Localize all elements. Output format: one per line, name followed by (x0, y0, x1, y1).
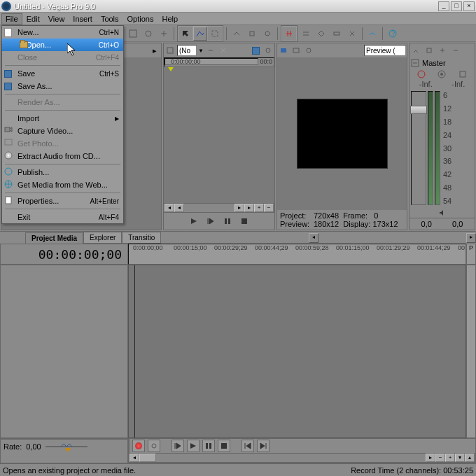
master-fader[interactable] (411, 91, 426, 205)
timeline-marker-p[interactable]: P (466, 244, 476, 265)
timeline-timecode[interactable]: 00:00:00;00 (1, 244, 127, 264)
speaker-icon[interactable] (439, 209, 446, 216)
menu-capture-video[interactable]: Capture Video... (2, 125, 123, 137)
rate-slider[interactable] (46, 442, 88, 451)
menu-save[interactable]: SaveCtrl+S (2, 67, 123, 80)
selection-tool-icon[interactable] (208, 27, 222, 41)
toolbar-btn[interactable] (345, 27, 359, 41)
loop-button[interactable] (148, 440, 160, 452)
trimmer-panel: (No ▼ 0:00:00;00 00:0 ◂◂ ▸▸ +− (163, 43, 275, 230)
menu-import[interactable]: Import▶ (2, 112, 123, 125)
master-btn[interactable] (450, 45, 461, 56)
master-btn[interactable] (437, 45, 448, 56)
stop-button[interactable] (238, 216, 251, 227)
toolbar-btn[interactable] (141, 27, 155, 41)
toolbar-btn[interactable] (299, 27, 313, 41)
tab-scroll-left[interactable]: ◂ (309, 233, 318, 243)
svg-point-4 (265, 31, 270, 36)
play-button[interactable] (187, 440, 200, 452)
menu-get-media-web[interactable]: Get Media from the Web... (2, 178, 123, 191)
svg-point-27 (440, 73, 443, 76)
maximize-button[interactable]: □ (451, 1, 462, 11)
close-button[interactable]: × (463, 1, 475, 11)
play-button[interactable] (188, 216, 200, 227)
menu-options[interactable]: Options (123, 13, 158, 24)
minimize-button[interactable]: _ (438, 1, 449, 11)
pause-button[interactable] (221, 216, 234, 227)
toolbar-btn[interactable] (126, 27, 140, 41)
expand-icon[interactable] (411, 59, 419, 67)
envelope-tool-icon[interactable] (193, 27, 207, 41)
go-end-button[interactable] (257, 440, 270, 452)
panel-btn[interactable] (250, 45, 261, 56)
menu-publish[interactable]: Publish... (2, 166, 123, 178)
go-start-button[interactable] (241, 440, 254, 452)
play-from-start-button[interactable] (204, 216, 217, 227)
snap-tool-icon[interactable] (282, 27, 296, 41)
meter-right (435, 91, 440, 205)
help-icon[interactable]: ? (386, 27, 400, 41)
svg-point-25 (418, 71, 425, 78)
play-from-start-button[interactable] (172, 440, 184, 452)
record-button[interactable] (132, 440, 145, 452)
panel-btn[interactable] (218, 45, 229, 56)
menu-properties[interactable]: Properties...Alt+Enter (2, 195, 123, 207)
timeline: 00:00:00;00 0:00:00;00 00:00:15;00 00:00… (0, 244, 476, 463)
track-list[interactable] (0, 265, 128, 438)
gear-icon[interactable] (438, 70, 446, 78)
tab-project-media[interactable]: Project Media (25, 232, 83, 244)
menu-new[interactable]: New...Ctrl+N (2, 26, 123, 38)
stop-button[interactable] (218, 440, 230, 452)
playhead[interactable] (134, 265, 135, 438)
menu-open[interactable]: Open...Ctrl+O (2, 38, 123, 51)
toolbar-btn[interactable] (230, 27, 244, 41)
preview-quality-dropdown[interactable]: Preview ( (364, 45, 406, 56)
route-icon[interactable] (458, 70, 467, 78)
toolbar-btn[interactable] (314, 27, 328, 41)
tab-scroll-right[interactable]: ▸ (466, 233, 476, 243)
toolbar-btn[interactable] (330, 27, 344, 41)
timeline-ruler[interactable]: 0:00:00;00 00:00:15;00 00:00:29;29 00:00… (128, 244, 466, 265)
panel-btn[interactable] (290, 45, 302, 56)
timeline-vscroll[interactable] (466, 265, 476, 438)
master-btn[interactable] (424, 45, 435, 56)
menu-extract-audio[interactable]: Extract Audio from CD... (2, 150, 123, 162)
publish-icon (4, 167, 14, 177)
timeline-tracks[interactable] (128, 265, 466, 438)
timeline-hscroll[interactable]: ◂ ▸ − + ▾ ▴ (129, 453, 475, 463)
pause-button[interactable] (202, 440, 215, 452)
pointer-tool-icon[interactable] (178, 27, 192, 41)
menu-file[interactable]: File (1, 13, 22, 24)
panel-btn[interactable] (303, 45, 314, 56)
panel-btn[interactable] (262, 45, 274, 56)
menu-edit[interactable]: Edit (22, 13, 44, 24)
menu-tools[interactable]: Tools (97, 13, 123, 24)
meter-scale: 61218 243036 424854 (442, 91, 453, 205)
mute-icon[interactable] (417, 70, 426, 78)
toolbar-btn[interactable] (245, 27, 259, 41)
toolbar-btn[interactable] (365, 27, 379, 41)
panel-btn[interactable] (278, 45, 289, 56)
menu-help[interactable]: Help (158, 13, 182, 24)
menu-exit[interactable]: ExitAlt+F4 (2, 211, 123, 223)
menu-insert[interactable]: Insert (69, 13, 97, 24)
master-btn[interactable] (410, 45, 421, 56)
menu-view[interactable]: View (44, 13, 69, 24)
menu-close[interactable]: CloseCtrl+F4 (2, 51, 123, 64)
toolbar-btn[interactable] (157, 27, 171, 41)
camera-icon (4, 126, 14, 136)
trimmer-dropdown[interactable]: (No (177, 45, 197, 56)
menu-get-photo[interactable]: Get Photo... (2, 137, 123, 150)
file-menu-dropdown: New...Ctrl+N Open...Ctrl+O CloseCtrl+F4 … (1, 25, 124, 224)
tab-transitions[interactable]: Transitio (122, 232, 161, 244)
trimmer-scrollbar[interactable]: ◂◂ ▸▸ +− (164, 203, 274, 213)
tab-explorer[interactable]: Explorer (83, 232, 122, 244)
marker-icon[interactable] (168, 67, 174, 71)
menu-render-as[interactable]: Render As... (2, 96, 123, 108)
menu-save-as[interactable]: Save As... (2, 80, 123, 92)
panel-btn[interactable] (164, 45, 176, 56)
properties-icon (4, 196, 14, 206)
toolbar-btn[interactable] (260, 27, 274, 41)
panel-btn[interactable]: ▸ (149, 45, 160, 56)
panel-btn[interactable] (205, 45, 216, 56)
